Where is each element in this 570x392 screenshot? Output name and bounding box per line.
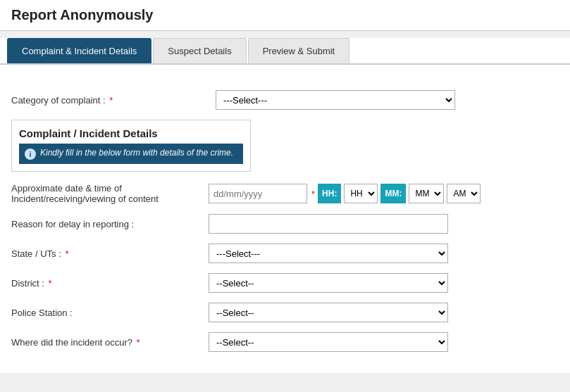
tab-complaint[interactable]: Complaint & Incident Details xyxy=(7,38,151,63)
state-select[interactable]: ---Select--- xyxy=(209,244,448,263)
category-required: * xyxy=(109,95,113,106)
district-select[interactable]: --Select-- xyxy=(209,273,448,293)
district-label: District : * xyxy=(11,278,209,289)
date-input[interactable] xyxy=(209,184,307,203)
date-required: * xyxy=(311,189,315,199)
minute-select[interactable]: MM xyxy=(409,184,444,203)
state-row: State / UTs : * ---Select--- xyxy=(11,244,559,263)
info-box-body: i Kindly fill in the below form with det… xyxy=(19,144,243,164)
delay-row: Reason for delay in reporting : xyxy=(11,214,559,234)
hh-label: HH: xyxy=(318,184,341,203)
page-title: Report Anonymously xyxy=(11,7,559,23)
mm-label: MM: xyxy=(380,184,406,203)
incident-required: * xyxy=(137,337,140,348)
category-row: Category of complaint : * ---Select--- xyxy=(11,90,559,110)
police-label: Police Station : xyxy=(11,308,209,318)
category-label: Category of complaint : * xyxy=(11,95,209,106)
datetime-inputs: * HH: HH MM: MM AM PM xyxy=(209,184,559,203)
tab-preview[interactable]: Preview & Submit xyxy=(248,38,350,63)
state-required: * xyxy=(65,248,68,259)
ampm-select[interactable]: AM PM xyxy=(447,184,481,203)
incident-select[interactable]: --Select-- xyxy=(209,332,448,352)
datetime-label: Approximate date & time of Incident/rece… xyxy=(11,183,209,204)
info-icon: i xyxy=(25,148,36,160)
police-select[interactable]: --Select-- xyxy=(209,303,448,322)
category-select[interactable]: ---Select--- xyxy=(216,90,455,110)
tabs-bar: Complaint & Incident Details Suspect Det… xyxy=(0,38,570,65)
datetime-row: Approximate date & time of Incident/rece… xyxy=(11,183,559,204)
delay-label: Reason for delay in reporting : xyxy=(11,219,209,229)
hour-select[interactable]: HH xyxy=(344,184,378,203)
info-box-text: Kindly fill in the below form with detai… xyxy=(40,148,233,158)
state-label: State / UTs : * xyxy=(11,248,209,259)
tab-suspect[interactable]: Suspect Details xyxy=(153,38,246,63)
page-header: Report Anonymously xyxy=(0,0,570,31)
district-required: * xyxy=(49,278,52,289)
info-box: Complaint / Incident Details i Kindly fi… xyxy=(11,120,251,172)
content-area: Category of complaint : * ---Select--- C… xyxy=(0,65,570,373)
incident-row: Where did the incident occur? * --Select… xyxy=(11,332,559,352)
incident-label: Where did the incident occur? * xyxy=(11,337,209,348)
police-row: Police Station : --Select-- xyxy=(11,303,559,322)
info-box-title: Complaint / Incident Details xyxy=(19,127,243,139)
delay-input[interactable] xyxy=(209,214,448,234)
district-row: District : * --Select-- xyxy=(11,273,559,293)
